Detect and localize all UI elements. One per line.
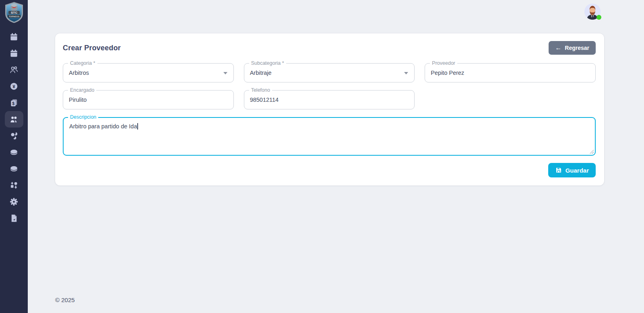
disc-icon [9,148,19,157]
footer: © 2025 [55,297,75,303]
calendar-icon [9,32,19,41]
encargado-input[interactable]: Encargado Pirulito [63,90,234,109]
sidebar-item-4[interactable]: ¥ [5,78,23,95]
sidebar-item-12[interactable] [5,210,23,227]
svg-text:STC: STC [11,11,17,14]
disc-icon [9,164,19,173]
provider-form: Categoria * Arbitros Subcategoria * Arbi… [63,63,596,156]
copyright-text: © 2025 [55,297,75,303]
text-cursor [137,123,138,130]
svg-text:¥: ¥ [12,84,15,89]
sidebar-item-1[interactable] [5,29,23,45]
subcategoria-value: Arbitraje [244,70,277,76]
gear-icon [9,197,19,206]
create-provider-card: Crear Proveedor ← Regresar Categoria * A… [55,33,604,185]
sidebar-item-9[interactable] [5,161,23,177]
proveedor-value: Pepito Perez [425,70,470,76]
circles-share-icon [9,131,19,140]
sidebar-item-10[interactable] [5,177,23,194]
descripcion-label: Descripcion [68,114,98,120]
sidebar-item-5[interactable]: $ [5,95,23,111]
sidebar: STC TORNEOS ¥ [0,0,28,313]
proveedor-input[interactable]: Proveedor Pepito Perez [425,63,596,82]
chevron-down-icon [223,72,227,74]
subcategoria-select[interactable]: Subcategoria * Arbitraje [244,63,415,82]
stc-torneos-logo-icon: STC TORNEOS [4,1,25,24]
subcategoria-label: Subcategoria * [249,60,286,66]
svg-text:$: $ [12,101,14,106]
users-outline-icon [9,65,19,74]
descripcion-value: Arbitro para partido de Ida [69,123,137,130]
telefono-label: Telefono [249,87,272,93]
categoria-value: Arbitros [63,70,95,76]
back-button-label: Regresar [565,45,589,51]
resize-handle[interactable] [590,150,594,154]
sidebar-item-providers[interactable] [5,111,23,128]
sidebar-item-3[interactable] [5,62,23,78]
encargado-label: Encargado [68,87,96,93]
sidebar-nav: ¥ $ [5,29,23,227]
yen-coin-icon: ¥ [9,82,19,91]
descripcion-textarea[interactable]: Descripcion Arbitro para partido de Ida [63,117,596,156]
save-floppy-icon [555,167,562,174]
sidebar-item-2[interactable] [5,45,23,62]
arrow-left-icon: ← [555,45,561,51]
svg-text:TORNEOS: TORNEOS [8,15,19,18]
encargado-value: Pirulito [63,97,92,103]
back-button[interactable]: ← Regresar [549,41,596,55]
app-logo[interactable]: STC TORNEOS [4,1,25,24]
file-export-icon [9,214,19,223]
proveedor-label: Proveedor [430,60,457,66]
sidebar-item-7[interactable] [5,128,23,144]
users-filled-icon [9,115,19,124]
save-button-label: Guardar [566,167,589,174]
invoice-dollar-icon: $ [9,98,19,107]
save-button[interactable]: Guardar [548,163,596,177]
telefono-input[interactable]: Telefono 985012114 [244,90,415,109]
chevron-down-icon [404,72,408,74]
sidebar-item-11[interactable] [5,194,23,210]
calendar-icon [9,49,19,58]
page-title: Crear Proveedor [63,44,121,52]
user-avatar[interactable] [584,4,601,20]
online-status-dot [597,15,601,20]
categoria-label: Categoria * [68,60,97,66]
categoria-select[interactable]: Categoria * Arbitros [63,63,234,82]
telefono-value: 985012114 [244,97,285,103]
transfer-icon [9,181,19,190]
sidebar-item-8[interactable] [5,144,23,161]
